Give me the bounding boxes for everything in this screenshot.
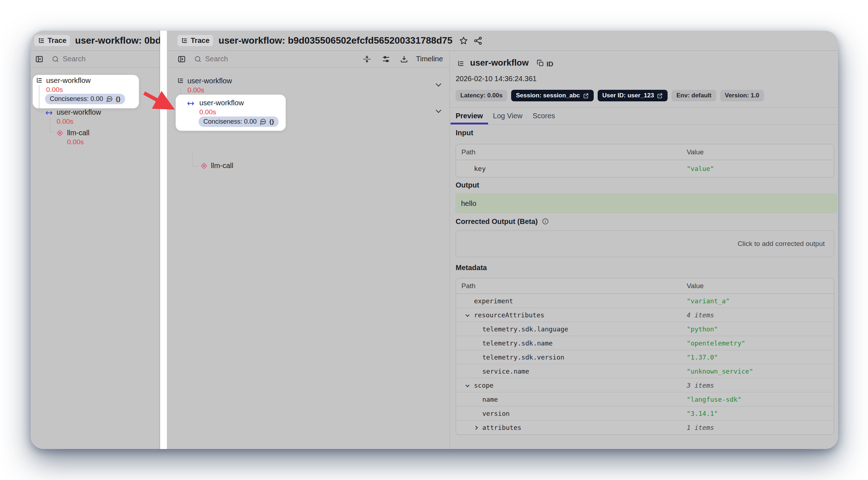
json-braces-icon: {}: [269, 118, 274, 125]
chevron-down-icon[interactable]: [466, 313, 474, 316]
table-body: key"value": [456, 160, 834, 177]
back-title-bar: Trace user-workflow: 0bde: [31, 31, 160, 51]
row-value: "3.14.1": [687, 410, 718, 417]
back-window-title: user-workflow: 0bde: [75, 35, 160, 46]
arrow-left-right-icon: [45, 110, 53, 116]
row-value: 3 items: [687, 382, 714, 389]
comment-icon: [260, 118, 266, 125]
front-title-bar: Trace user-workflow: b9d035506502efcfd56…: [167, 31, 838, 51]
trace-detail-panel: user-workflow ID 2026-02-10 14:36:24.361…: [449, 51, 838, 449]
row-path: telemetry.sdk.language: [482, 325, 568, 333]
list-tree-icon: [177, 77, 184, 84]
search-input[interactable]: Search: [205, 55, 228, 63]
tree-node-child[interactable]: user-workflow: [199, 99, 244, 107]
detail-tabs: Preview Log View Scores: [451, 107, 560, 124]
row-value: "1.37.0": [687, 353, 718, 361]
table-body: experiment"variant_a"resourceAttributes4…: [456, 294, 834, 435]
table-row: telemetry.sdk.name"opentelemetry": [456, 336, 834, 350]
tab-preview[interactable]: Preview: [451, 107, 488, 124]
tree-node-grandchild[interactable]: llm-call: [211, 162, 233, 170]
row-value: 1 items: [687, 424, 714, 431]
tree-node-duration: 0.00s: [187, 86, 204, 94]
download-icon[interactable]: [400, 55, 408, 63]
fold-vertical-icon[interactable]: [363, 55, 371, 63]
row-path: key: [474, 165, 486, 172]
table-header: Path Value: [456, 278, 834, 294]
score-label: Conciseness: 0.00: [50, 95, 103, 103]
table-header: Path Value: [456, 144, 834, 160]
info-icon[interactable]: [542, 218, 549, 225]
output-heading: Output: [456, 181, 479, 189]
timeline-toggle[interactable]: Timeline: [416, 55, 443, 63]
table-row: name"langfuse-sdk": [456, 392, 834, 406]
table-row: experiment"variant_a": [456, 294, 834, 308]
row-value: "unknown_service": [687, 367, 753, 375]
star-icon[interactable]: [459, 36, 468, 45]
external-link-icon: [583, 93, 589, 99]
panel-collapse-icon[interactable]: [35, 55, 44, 63]
list-tree-icon: [181, 37, 188, 44]
front-trace-tree: user-workflow 0.00s user-workflow 0.00s …: [167, 67, 449, 449]
input-table: Path Value key"value": [456, 144, 834, 177]
annotation-arrow: [136, 86, 187, 122]
row-value: "variant_a": [687, 297, 730, 305]
back-search-row: Search: [31, 51, 160, 67]
table-row: scope3 items: [456, 378, 834, 392]
score-badge[interactable]: Conciseness: 0.00 {}: [45, 94, 125, 104]
list-tree-icon: [36, 77, 43, 84]
env-badge: Env: default: [672, 90, 716, 101]
tree-node-grandchild[interactable]: llm-call: [67, 129, 89, 137]
input-heading: Input: [456, 129, 473, 137]
row-path: service.name: [482, 367, 529, 375]
row-path: name: [482, 396, 498, 403]
tab-log-view[interactable]: Log View: [488, 107, 528, 124]
chevron-down-icon[interactable]: [436, 107, 442, 113]
trace-badge-label: Trace: [191, 36, 209, 45]
chevron-right-icon[interactable]: [474, 426, 482, 429]
table-row: version"3.14.1": [456, 406, 834, 420]
tree-node-root[interactable]: user-workflow: [46, 76, 90, 85]
tree-node-root[interactable]: user-workflow: [187, 77, 232, 85]
tree-node-duration: 0.00s: [46, 86, 63, 94]
tree-node-child[interactable]: user-workflow: [57, 108, 101, 116]
chevron-down-icon[interactable]: [436, 81, 442, 87]
trace-badge: Trace: [177, 35, 213, 46]
user-id-badge[interactable]: User ID: user_123: [598, 90, 668, 101]
divider: [450, 124, 838, 125]
trace-timestamp: 2026-02-10 14:36:24.361: [456, 75, 537, 83]
metadata-heading: Metadata: [456, 264, 487, 272]
corrected-output-box[interactable]: Click to add corrected output: [456, 230, 834, 257]
id-label: ID: [546, 60, 553, 68]
table-row: service.name"unknown_service": [456, 364, 834, 378]
panel-collapse-icon[interactable]: [177, 55, 186, 63]
score-badge[interactable]: Conciseness: 0.00 {}: [199, 116, 279, 127]
badge-row: Latency: 0.00s Session: session_abc User…: [456, 90, 764, 101]
row-path: scope: [474, 382, 493, 389]
list-tree-icon: [457, 60, 465, 67]
trace-badge: Trace: [34, 35, 70, 46]
corrected-output-placeholder: Click to add corrected output: [738, 240, 834, 248]
row-value: "langfuse-sdk": [687, 396, 741, 403]
output-text: hello: [455, 199, 476, 208]
trace-badge-label: Trace: [48, 36, 66, 45]
row-path: resourceAttributes: [474, 311, 544, 319]
settings-sliders-icon[interactable]: [382, 55, 390, 63]
chevron-down-icon[interactable]: [466, 384, 474, 387]
row-value: "python": [687, 325, 718, 333]
tree-node-duration: 0.00s: [67, 138, 84, 146]
comment-icon: [106, 96, 113, 102]
row-path: experiment: [474, 297, 513, 305]
external-link-icon: [657, 93, 663, 99]
row-value: "opentelemetry": [687, 339, 745, 347]
corrected-output-heading: Corrected Output (Beta): [456, 217, 549, 226]
session-badge[interactable]: Session: session_abc: [511, 90, 594, 101]
tab-scores[interactable]: Scores: [528, 107, 560, 124]
latency-badge: Latency: 0.00s: [456, 90, 507, 101]
front-window-title: user-workflow: b9d035506502efcfd56520033…: [218, 35, 452, 46]
trace-window-front: Trace user-workflow: b9d035506502efcfd56…: [167, 31, 838, 449]
search-input[interactable]: Search: [63, 55, 85, 63]
copy-icon[interactable]: [536, 59, 544, 67]
table-row: telemetry.sdk.version"1.37.0": [456, 350, 834, 364]
share-icon[interactable]: [473, 36, 483, 45]
tree-node-duration: 0.00s: [57, 118, 73, 125]
